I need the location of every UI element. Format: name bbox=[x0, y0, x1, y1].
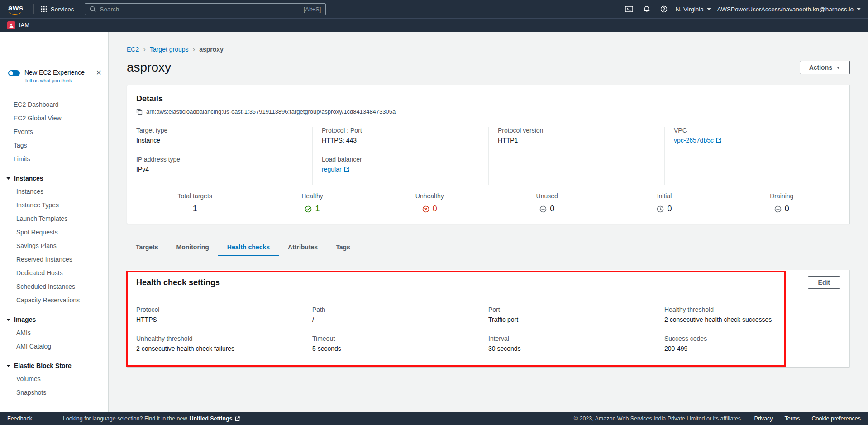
bell-icon bbox=[643, 5, 650, 13]
load-balancer-link[interactable]: regular bbox=[322, 166, 349, 173]
tab-attributes[interactable]: Attributes bbox=[279, 239, 327, 256]
top-navigation-bar: aws Services [Alt+S] N. Virginia bbox=[0, 0, 868, 18]
aws-logo-text: aws bbox=[8, 4, 24, 12]
unified-settings-link[interactable]: Unified Settings bbox=[189, 415, 239, 422]
sidebar-item-limits[interactable]: Limits bbox=[0, 152, 108, 166]
feedback-link[interactable]: Feedback bbox=[7, 415, 32, 422]
sidebar-item-volumes[interactable]: Volumes bbox=[0, 372, 108, 386]
sidebar-item-ec2-dashboard[interactable]: EC2 Dashboard bbox=[0, 98, 108, 111]
search-icon bbox=[90, 6, 96, 12]
draining-minus-circle-icon bbox=[774, 205, 782, 213]
sidebar-item-launch-templates[interactable]: Launch Templates bbox=[0, 212, 108, 225]
arn-row: arn:aws:elasticloadbalancing:us-east-1:3… bbox=[136, 108, 840, 115]
privacy-link[interactable]: Privacy bbox=[754, 415, 773, 422]
sidebar-item-tags[interactable]: Tags bbox=[0, 138, 108, 152]
field-protocol-port: Protocol : Port HTTPS: 443 bbox=[322, 127, 479, 144]
stat-healthy: Healthy 1 bbox=[253, 192, 371, 214]
field-port: Port Traffic port bbox=[488, 306, 664, 323]
services-menu-button[interactable]: Services bbox=[40, 5, 74, 13]
identity-person-icon bbox=[9, 23, 14, 28]
aws-logo[interactable]: aws bbox=[7, 4, 27, 15]
sidebar-item-snapshots[interactable]: Snapshots bbox=[0, 386, 108, 399]
field-success-codes: Success codes 200-499 bbox=[664, 335, 840, 352]
field-interval: Interval 30 seconds bbox=[488, 335, 664, 352]
field-protocol-version: Protocol version HTTP1 bbox=[498, 127, 655, 144]
terms-link[interactable]: Terms bbox=[785, 415, 800, 422]
sidebar-item-events[interactable]: Events bbox=[0, 125, 108, 138]
tab-targets[interactable]: Targets bbox=[127, 239, 167, 256]
region-selector[interactable]: N. Virginia bbox=[676, 6, 711, 13]
stat-total-targets: Total targets 1 bbox=[136, 192, 253, 214]
external-link-icon bbox=[344, 167, 349, 172]
field-target-type: Target type Instance bbox=[136, 127, 303, 144]
field-unhealthy-threshold: Unhealthy threshold 2 consecutive health… bbox=[136, 335, 312, 352]
breadcrumb-target-groups[interactable]: Target groups bbox=[150, 46, 189, 53]
iam-label[interactable]: IAM bbox=[19, 22, 29, 29]
stat-unused: Unused 0 bbox=[488, 192, 606, 214]
breadcrumb: EC2 › Target groups › asproxy bbox=[127, 45, 850, 53]
search-shortcut-hint: [Alt+S] bbox=[304, 6, 321, 13]
sidebar-item-spot-requests[interactable]: Spot Requests bbox=[0, 225, 108, 239]
sidebar-section-instances[interactable]: Instances bbox=[0, 172, 108, 185]
cookie-preferences-link[interactable]: Cookie preferences bbox=[812, 415, 861, 422]
details-heading: Details bbox=[136, 94, 840, 104]
stat-unhealthy: Unhealthy 0 bbox=[371, 192, 488, 214]
region-label: N. Virginia bbox=[676, 6, 704, 13]
field-load-balancer: Load balancer regular bbox=[322, 156, 479, 173]
health-check-section: Health check settings Edit Protocol HTTP… bbox=[127, 270, 850, 367]
sidebar-item-ami-catalog[interactable]: AMI Catalog bbox=[0, 339, 108, 353]
new-experience-toggle[interactable] bbox=[8, 70, 20, 76]
iam-service-icon bbox=[7, 21, 15, 29]
sidebar-nav: EC2 Dashboard EC2 Global View Events Tag… bbox=[0, 98, 108, 399]
vpc-link[interactable]: vpc-2657db5c bbox=[674, 137, 721, 144]
caret-down-icon bbox=[6, 365, 10, 367]
cloudshell-terminal-icon bbox=[625, 5, 633, 13]
language-selection-note: Looking for language selection? Find it … bbox=[63, 415, 240, 422]
health-check-grid: Protocol HTTPS Path / Port Traffic port … bbox=[127, 295, 849, 367]
sidebar-item-instance-types[interactable]: Instance Types bbox=[0, 198, 108, 212]
edit-health-check-button[interactable]: Edit bbox=[808, 276, 840, 289]
sidebar-section-elastic-block-store[interactable]: Elastic Block Store bbox=[0, 359, 108, 372]
breadcrumb-current: asproxy bbox=[199, 46, 224, 53]
sidebar-item-savings-plans[interactable]: Savings Plans bbox=[0, 239, 108, 253]
account-menu[interactable]: AWSPowerUserAccess/navaneeth.kn@harness.… bbox=[717, 6, 861, 13]
health-check-card-header: Health check settings Edit bbox=[127, 270, 849, 295]
footer-bar: Feedback Looking for language selection?… bbox=[0, 412, 868, 425]
caret-down-icon bbox=[6, 177, 10, 180]
sidebar-item-capacity-reservations[interactable]: Capacity Reservations bbox=[0, 293, 108, 307]
sidebar-item-scheduled-instances[interactable]: Scheduled Instances bbox=[0, 280, 108, 293]
close-icon[interactable]: ✕ bbox=[96, 69, 102, 76]
field-ip-address-type: IP address type IPv4 bbox=[136, 156, 303, 173]
field-protocol: Protocol HTTPS bbox=[136, 306, 312, 323]
caret-down-icon bbox=[6, 319, 10, 321]
tab-health-checks[interactable]: Health checks bbox=[218, 239, 279, 256]
sidebar-item-ec2-global-view[interactable]: EC2 Global View bbox=[0, 111, 108, 125]
breadcrumb-separator-icon: › bbox=[143, 45, 146, 53]
breadcrumb-ec2[interactable]: EC2 bbox=[127, 46, 139, 53]
copy-arn-button[interactable] bbox=[136, 109, 143, 115]
global-search-box[interactable]: [Alt+S] bbox=[85, 3, 326, 15]
sidebar-item-dedicated-hosts[interactable]: Dedicated Hosts bbox=[0, 266, 108, 280]
health-check-heading: Health check settings bbox=[136, 278, 220, 287]
external-link-icon bbox=[235, 416, 240, 421]
actions-button[interactable]: Actions bbox=[800, 61, 850, 74]
tab-tags[interactable]: Tags bbox=[327, 239, 359, 256]
ec2-sidebar: New EC2 Experience Tell us what you thin… bbox=[0, 32, 109, 412]
field-vpc: VPC vpc-2657db5c bbox=[674, 127, 831, 144]
chevron-down-icon bbox=[707, 8, 711, 10]
tab-monitoring[interactable]: Monitoring bbox=[167, 239, 218, 256]
new-experience-banner: New EC2 Experience Tell us what you thin… bbox=[8, 69, 102, 83]
new-experience-feedback-link[interactable]: Tell us what you think bbox=[24, 78, 85, 83]
sidebar-item-amis[interactable]: AMIs bbox=[0, 326, 108, 339]
sidebar-item-instances[interactable]: Instances bbox=[0, 185, 108, 198]
sidebar-section-images[interactable]: Images bbox=[0, 313, 108, 326]
search-input[interactable] bbox=[100, 6, 300, 13]
details-grid: Target type Instance IP address type IPv… bbox=[136, 127, 840, 185]
notifications-bell-button[interactable] bbox=[641, 4, 652, 14]
copyright-text: © 2023, Amazon Web Services India Privat… bbox=[574, 415, 743, 422]
unused-minus-circle-icon bbox=[539, 205, 547, 213]
stat-draining: Draining 0 bbox=[723, 192, 840, 214]
help-button[interactable] bbox=[658, 4, 669, 14]
sidebar-item-reserved-instances[interactable]: Reserved Instances bbox=[0, 253, 108, 266]
cloudshell-button[interactable] bbox=[623, 4, 635, 14]
